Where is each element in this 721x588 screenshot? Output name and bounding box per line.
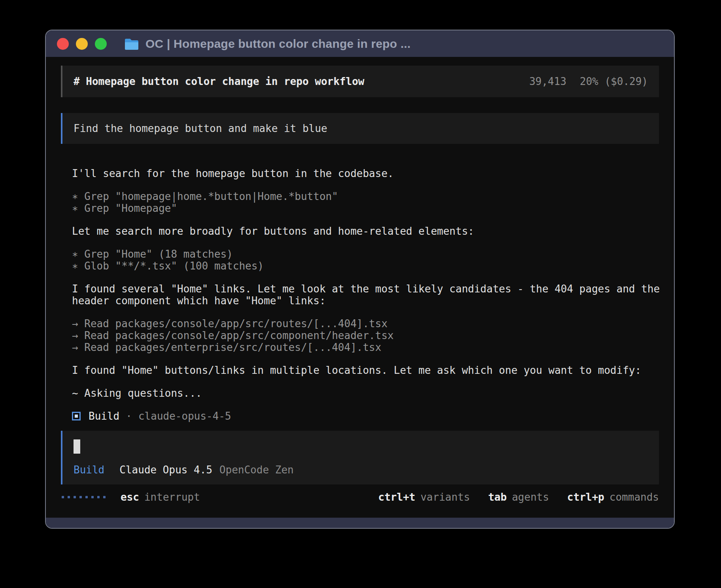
esc-key-label: interrupt bbox=[144, 491, 200, 503]
maximize-button[interactable] bbox=[95, 38, 107, 50]
hint-key: ctrl+t bbox=[378, 491, 415, 503]
traffic-lights bbox=[57, 38, 107, 50]
agent-icon-dot bbox=[75, 415, 78, 418]
text-cursor bbox=[74, 439, 80, 454]
tool-call-group: → Read packages/console/app/src/routes/[… bbox=[72, 318, 659, 353]
user-message: Find the homepage button and make it blu… bbox=[61, 113, 659, 144]
transcript-line: I found "Home" buttons/links in multiple… bbox=[72, 364, 659, 376]
transcript-line: Let me search more broadly for buttons a… bbox=[72, 225, 659, 237]
session-header: # Homepage button color change in repo w… bbox=[61, 66, 659, 97]
hint-label: agents bbox=[512, 491, 549, 503]
assistant-text: I found "Home" buttons/links in multiple… bbox=[72, 364, 659, 376]
agent-build-icon bbox=[72, 412, 81, 420]
assistant-text: I found several "Home" links. Let me loo… bbox=[72, 283, 659, 307]
session-stats: 39,413 20% ($0.29) bbox=[529, 75, 648, 87]
terminal-content: # Homepage button color change in repo w… bbox=[46, 57, 674, 518]
hint-key: ctrl+p bbox=[567, 491, 604, 503]
spinner-dot bbox=[68, 496, 70, 498]
transcript: I'll search for the homepage button in t… bbox=[61, 168, 659, 399]
separator-dot: · bbox=[126, 410, 132, 422]
token-count: 39,413 bbox=[529, 75, 566, 87]
titlebar[interactable]: OC | Homepage button color change in rep… bbox=[46, 30, 674, 57]
hint-label: variants bbox=[421, 491, 470, 503]
transcript-line: → Read packages/console/app/src/routes/[… bbox=[72, 318, 659, 330]
spinner-dot bbox=[91, 496, 94, 498]
spinner-dot bbox=[85, 496, 88, 498]
transcript-line: I found several "Home" links. Let me loo… bbox=[72, 283, 659, 295]
tool-call-group: ∗ Grep "Home" (18 matches)∗ Glob "**/*.t… bbox=[72, 248, 659, 272]
transcript-line: header component which have "Home" links… bbox=[72, 295, 659, 307]
hint-label: commands bbox=[610, 491, 659, 503]
minimize-button[interactable] bbox=[76, 38, 88, 50]
keybind-hint-commands[interactable]: ctrl+pcommands bbox=[567, 491, 659, 503]
input-model-label[interactable]: Claude Opus 4.5 bbox=[119, 464, 212, 476]
folder-icon bbox=[124, 38, 139, 50]
transcript-line: ~ Asking questions... bbox=[72, 387, 659, 399]
keybind-hint-variants[interactable]: ctrl+tvariants bbox=[378, 491, 470, 503]
spinner-dot bbox=[103, 496, 106, 498]
session-title: # Homepage button color change in repo w… bbox=[74, 75, 364, 87]
input-provider-label: OpenCode Zen bbox=[219, 464, 294, 476]
transcript-line: → Read packages/console/app/src/componen… bbox=[72, 330, 659, 341]
statusbar-hints: ctrl+tvariantstabagentsctrl+pcommands bbox=[378, 491, 659, 503]
prompt-input[interactable]: Build Claude Opus 4.5 OpenCode Zen bbox=[61, 431, 659, 484]
transcript-line: ∗ Grep "homepage|home.*button|Home.*butt… bbox=[72, 190, 659, 202]
spinner-dot bbox=[62, 496, 64, 498]
assistant-text: ~ Asking questions... bbox=[72, 387, 659, 399]
transcript-line: → Read packages/enterprise/src/routes/[.… bbox=[72, 341, 659, 353]
context-usage: 20% ($0.29) bbox=[580, 75, 648, 87]
tool-call-group: ∗ Grep "homepage|home.*button|Home.*butt… bbox=[72, 190, 659, 214]
hint-key: tab bbox=[488, 491, 507, 503]
terminal-window: OC | Homepage button color change in rep… bbox=[45, 30, 675, 529]
spinner-dot bbox=[97, 496, 100, 498]
window-bottom-edge bbox=[46, 518, 674, 528]
transcript-line: ∗ Grep "Home" (18 matches) bbox=[72, 248, 659, 260]
window-title: OC | Homepage button color change in rep… bbox=[145, 37, 411, 51]
agent-name: Build bbox=[89, 410, 119, 422]
transcript-line: ∗ Grep "Homepage" bbox=[72, 202, 659, 214]
close-button[interactable] bbox=[57, 38, 69, 50]
input-meta-row: Build Claude Opus 4.5 OpenCode Zen bbox=[74, 464, 648, 476]
statusbar: esc interrupt ctrl+tvariantstabagentsctr… bbox=[61, 491, 659, 503]
transcript-line: I'll search for the homepage button in t… bbox=[72, 168, 659, 179]
working-spinner bbox=[62, 496, 106, 498]
esc-key-hint[interactable]: esc bbox=[121, 491, 139, 503]
assistant-text: I'll search for the homepage button in t… bbox=[72, 168, 659, 179]
assistant-text: Let me search more broadly for buttons a… bbox=[72, 225, 659, 237]
spinner-dot bbox=[74, 496, 76, 498]
input-agent-label[interactable]: Build bbox=[74, 464, 104, 476]
transcript-line: ∗ Glob "**/*.tsx" (100 matches) bbox=[72, 260, 659, 272]
agent-model: claude-opus-4-5 bbox=[138, 410, 231, 422]
agent-status-row: Build · claude-opus-4-5 bbox=[72, 410, 659, 422]
spinner-dot bbox=[79, 496, 82, 498]
statusbar-left: esc interrupt bbox=[61, 491, 200, 503]
keybind-hint-agents[interactable]: tabagents bbox=[488, 491, 549, 503]
user-message-text: Find the homepage button and make it blu… bbox=[74, 122, 327, 134]
